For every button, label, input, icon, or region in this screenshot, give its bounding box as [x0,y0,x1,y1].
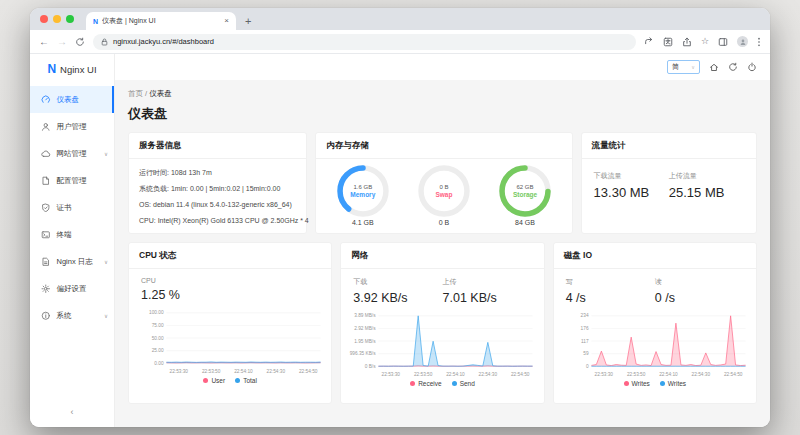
terminal-icon [41,230,51,240]
cpu-legend: UserTotal [129,377,331,384]
translate-icon[interactable] [663,37,673,47]
file-text-icon [41,257,51,267]
logo-name: Nginx UI [60,64,96,75]
toolbar-actions: ☆ [644,36,761,47]
gauge-name: Storage [513,191,537,198]
tab-title: 仪表盘 | Nginx UI [102,16,220,26]
forward-icon: → [57,37,67,47]
server-info-title: 服务器信息 [129,133,306,159]
breadcrumb-home[interactable]: 首页 [128,89,143,98]
statistic: 读0 /s [655,277,744,305]
sidebar-item-label: 系统 [57,311,72,321]
legend-item-send[interactable]: Send [452,380,475,387]
dashboard-icon [41,95,51,105]
memory-storage-title: 内存与存储 [316,133,571,159]
statistic-label: 下载 [353,277,442,287]
memory-storage-card: 内存与存储 1.6 GBMemory4.1 GB0 BSwap0 B62 GBS… [315,132,572,234]
server-info-line: 运行时间: 108d 13h 7m [139,165,296,181]
browser-tab[interactable]: N 仪表盘 | Nginx UI × [86,12,236,30]
cloud-icon [41,149,51,159]
statistic: 下载3.92 KB/s [353,277,442,305]
disk-legend: WritesWrites [554,380,756,387]
legend-item-writes[interactable]: Writes [624,380,650,387]
language-select[interactable]: 简 ∨ [667,60,700,74]
svg-text:22:53:50: 22:53:50 [627,372,646,377]
gauge-memory: 1.6 GBMemory4.1 GB [337,165,389,226]
sidebar-item-label: 仪表盘 [57,95,80,105]
close-window-button[interactable] [40,15,48,23]
disk-io-card: 磁盘 IO 写4 /s读0 /s 23417611759022:53:3022:… [553,242,757,404]
zoom-window-button[interactable] [66,15,74,23]
gauge-used: 62 GB [517,184,534,190]
svg-text:75.00: 75.00 [152,323,164,328]
gauge-total: 4.1 GB [337,219,389,226]
sidebar-item-terminal[interactable]: 终端 [30,221,114,248]
svg-text:22:54:10: 22:54:10 [447,372,466,377]
nginx-ui-app: N Nginx UI 仪表盘用户管理网站管理∨配置管理证书终端Nginx 日志∨… [30,54,770,427]
nginx-ui-favicon: N [93,18,98,25]
reload-icon[interactable] [75,37,85,47]
statistic-label: 上传流量 [669,171,744,181]
cpu-stats: CPU1.25 % [129,269,331,302]
svg-text:22:54:50: 22:54:50 [299,369,318,374]
dashboard-content: 首页 / 仪表盘 仪表盘 服务器信息 运行时间: 108d 13h 7m系统负载… [115,80,770,427]
statistic-value: 1.25 % [141,288,319,302]
legend-item-user[interactable]: User [203,377,225,384]
browser-menu-icon[interactable] [757,37,761,47]
sidebar-item-dashboard[interactable]: 仪表盘 [30,86,114,113]
sidebar-item-label: Nginx 日志 [57,257,93,267]
sidebar-item-file-text[interactable]: Nginx 日志∨ [30,248,114,275]
minimize-window-button[interactable] [53,15,61,23]
svg-text:22:53:50: 22:53:50 [202,369,221,374]
cpu-card: CPU 状态 CPU1.25 % 100.0075.0050.0025.000.… [128,242,332,404]
legend-item-receive[interactable]: Receive [410,380,441,387]
legend-dot-icon [235,378,240,383]
statistic-label: 上传 [443,277,532,287]
svg-text:22:53:50: 22:53:50 [414,372,433,377]
url-bar[interactable]: nginxui.jackyu.cn/#/dashboard [93,34,636,50]
new-tab-button[interactable]: + [245,16,251,27]
logout-icon[interactable] [747,62,757,72]
profile-avatar[interactable] [737,36,748,47]
chevron-down-icon: ∨ [104,151,108,157]
traffic-stats: 下载流量13.30 MB上传流量25.15 MB [582,159,756,200]
page-title: 仪表盘 [128,105,757,123]
svg-text:2.92 MB/s: 2.92 MB/s [354,326,376,331]
send-to-device-icon[interactable] [644,37,654,47]
sidebar-item-user[interactable]: 用户管理 [30,113,114,140]
url-text: nginxui.jackyu.cn/#/dashboard [113,37,214,46]
main-area: 简 ∨ 首页 / [115,54,770,427]
sidebar-item-gear[interactable]: 偏好设置 [30,275,114,302]
svg-text:117: 117 [581,339,589,344]
gauge-storage: 62 GBStorage84 GB [499,165,551,226]
legend-item-total[interactable]: Total [235,377,257,384]
svg-text:25.00: 25.00 [152,348,164,353]
side-panel-icon[interactable] [718,37,728,47]
certificate-icon [41,203,51,213]
memory-storage-gauges: 1.6 GBMemory4.1 GB0 BSwap0 B62 GBStorage… [316,159,571,233]
server-info-line: OS: debian 11.4 (linux 5.4.0-132-generic… [139,197,296,213]
home-icon[interactable] [709,62,719,72]
tab-close-icon[interactable]: × [224,17,229,25]
bookmark-star-icon[interactable]: ☆ [701,37,709,46]
statistic-value: 0 /s [655,291,744,305]
browser-window: N 仪表盘 | Nginx UI × + ← → nginxui.jackyu.… [30,8,770,427]
app-logo[interactable]: N Nginx UI [30,54,114,84]
traffic-card: 流量统计 下载流量13.30 MB上传流量25.15 MB [581,132,757,234]
traffic-title: 流量统计 [582,133,756,159]
sidebar-item-file[interactable]: 配置管理 [30,167,114,194]
sidebar-item-info[interactable]: 系统∨ [30,302,114,329]
share-icon[interactable] [682,37,692,47]
svg-text:0 B/s: 0 B/s [365,364,376,369]
svg-text:22:54:10: 22:54:10 [659,372,678,377]
sidebar-collapse-button[interactable]: ‹ [30,399,114,427]
svg-text:22:53:30: 22:53:30 [170,369,189,374]
sidebar-item-certificate[interactable]: 证书 [30,194,114,221]
back-icon[interactable]: ← [39,37,49,47]
cpu-chart: 100.0075.0050.0025.000.0022:53:3022:53:5… [129,309,331,376]
server-info-card: 服务器信息 运行时间: 108d 13h 7m系统负载: 1min: 0.00 … [128,132,307,234]
statistic-label: 下载流量 [594,171,669,181]
legend-item-writes[interactable]: Writes [660,380,686,387]
restart-icon[interactable] [728,62,738,72]
sidebar-item-cloud[interactable]: 网站管理∨ [30,140,114,167]
